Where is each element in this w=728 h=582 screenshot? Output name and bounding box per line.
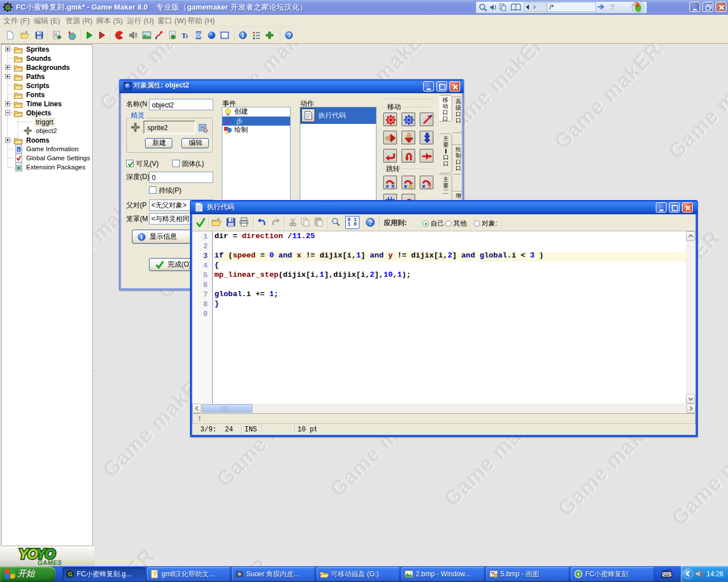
svg-text:t: t: [186, 33, 188, 39]
svg-text:(W): (W): [172, 16, 187, 25]
svg-text:gamemaker: gamemaker: [187, 3, 228, 11]
svg-text:(H): (H): [202, 16, 215, 25]
svg-text:YO: YO: [19, 546, 38, 562]
svg-text:Suoer: Suoer: [246, 570, 266, 578]
svg-text:...: ...: [209, 570, 214, 578]
svg-text:FC: FC: [77, 570, 86, 578]
svg-text:(G:): (G:): [365, 570, 379, 578]
svg-text:...: ...: [293, 570, 299, 578]
svg-text::: :: [404, 219, 407, 227]
svg-text:?: ?: [287, 32, 291, 39]
svg-text:5.bmp -: 5.bmp -: [500, 570, 526, 578]
svg-text:GAMES: GAMES: [38, 559, 62, 566]
svg-text:(U): (U): [142, 16, 154, 25]
svg-text:?: ?: [369, 219, 373, 227]
svg-text:(S): (S): [111, 16, 123, 25]
svg-text:.g...: .g...: [120, 570, 131, 578]
svg-text:FC: FC: [585, 570, 594, 578]
svg-text:gm8: gm8: [162, 570, 175, 578]
svg-text:?: ?: [153, 571, 157, 577]
svg-text::: :: [495, 219, 497, 227]
svg-text:G: G: [68, 571, 73, 577]
svg-text:2.bmp - Window...: 2.bmp - Window...: [416, 570, 470, 578]
svg-text:?: ?: [428, 184, 431, 189]
svg-text:: object2: : object2: [161, 81, 189, 89]
